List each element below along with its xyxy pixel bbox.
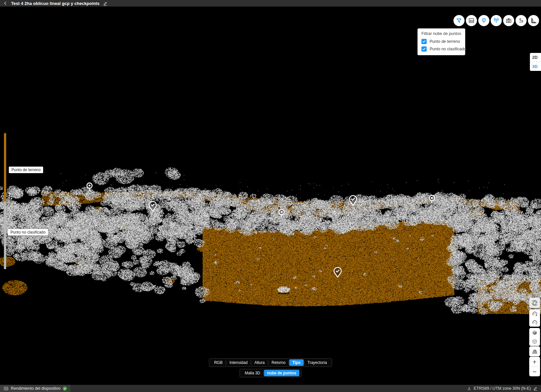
layer-pointcloud-button[interactable]: nube de puntos <box>264 370 299 376</box>
checkbox-unclassified[interactable] <box>421 46 427 52</box>
mode-rgb-button[interactable]: RGB <box>211 359 225 366</box>
view-3d-button[interactable]: 3D <box>530 62 541 71</box>
layer-mesh3d-button[interactable]: Malla 3D <box>242 370 263 376</box>
point-cloud-subtract-button[interactable] <box>529 318 540 327</box>
point-cloud-subtract-icon <box>532 319 538 326</box>
display-mode-bar: RGB Intensidad Altura Retorno Tipo Traye… <box>209 358 332 367</box>
filter-option-terrain[interactable]: Punto de terreno <box>421 39 461 44</box>
divider <box>251 361 251 365</box>
checkbox-terrain[interactable] <box>421 39 427 44</box>
funnel-icon <box>456 17 462 24</box>
edit-title-button[interactable] <box>103 1 108 6</box>
device-performance-button[interactable]: Rendimiento del dispositivo <box>0 385 71 392</box>
status-bar: Rendimiento del dispositivo ETRS89 / UTM… <box>0 385 541 392</box>
cube-wireframe-button[interactable] <box>529 337 540 346</box>
flag-route-icon <box>518 17 524 24</box>
crs-label: ETRS89 / UTM zone 30N (N-E) <box>474 386 531 391</box>
orbit-3d-icon <box>531 300 538 306</box>
divider <box>289 361 289 365</box>
mode-intensity-button[interactable]: Intensidad <box>226 359 250 366</box>
gcp-marker-icon <box>481 17 487 24</box>
filter-points-button[interactable] <box>453 15 465 26</box>
gcp-marker[interactable] <box>86 182 93 193</box>
filter-option-unclassified[interactable]: Punto no clasificado <box>421 46 461 52</box>
divider <box>304 361 304 365</box>
antenna-icon <box>493 17 500 24</box>
zoom-controls: + − <box>529 357 540 376</box>
divider <box>264 371 264 375</box>
pencil-icon <box>103 1 108 6</box>
cube-wireframe-icon <box>532 338 538 345</box>
legend-label-unclassified: Punto no clasificado <box>8 229 48 236</box>
flight-path-button[interactable] <box>516 15 527 26</box>
project-title: Test 4 2ha oblicuo lineal gcp y checkpoi… <box>11 1 100 6</box>
legend-bar-terrain <box>4 133 6 202</box>
elevation-button[interactable] <box>466 15 477 26</box>
divider <box>226 361 226 365</box>
filter-points-panel: Filtrar nube de puntos Punto de terreno … <box>418 28 465 55</box>
viewer-toolbar <box>453 15 539 26</box>
mode-type-button[interactable]: Tipo <box>289 359 303 366</box>
divider <box>268 361 268 365</box>
device-performance-label: Rendimiento del dispositivo <box>11 386 60 391</box>
crs-section: ETRS89 / UTM zone 30N (N-E) <box>467 386 541 391</box>
mesh-grid-button[interactable] <box>529 346 540 356</box>
gcp-button[interactable] <box>478 15 489 26</box>
mode-height-button[interactable]: Altura <box>252 359 268 366</box>
zoom-out-button[interactable]: − <box>529 367 540 376</box>
checkpoint-marker[interactable] <box>349 195 357 207</box>
chevron-left-icon <box>3 1 8 6</box>
point-cloud-edit-group <box>529 309 540 327</box>
axes-icon <box>467 386 471 391</box>
filter-option-label: Punto de terreno <box>430 39 460 44</box>
cube-view-group <box>529 328 540 346</box>
gcp-marker[interactable] <box>278 209 286 220</box>
mode-return-button[interactable]: Retorno <box>269 359 288 366</box>
point-cloud-add-icon <box>532 311 538 317</box>
mesh-grid-icon <box>532 348 538 355</box>
camera-positions-button[interactable] <box>503 15 514 26</box>
filter-panel-title: Filtrar nube de puntos <box>421 31 461 36</box>
view-2d-button[interactable]: 2D <box>530 53 541 62</box>
cube-solid-button[interactable] <box>529 328 540 337</box>
camera-icon <box>505 17 512 24</box>
checkpoint-marker[interactable] <box>333 267 342 279</box>
check-icon <box>422 40 426 43</box>
performance-monitor-icon <box>4 386 8 391</box>
legend-label-terrain: Punto de terreno <box>9 167 43 173</box>
gcp-marker[interactable] <box>428 195 436 206</box>
view-dimension-toggle: 2D 3D <box>530 53 541 71</box>
point-cloud-viewport[interactable] <box>0 0 541 392</box>
legend-bar <box>4 133 6 269</box>
measure-button[interactable] <box>528 15 539 26</box>
filter-option-label: Punto no clasificado <box>430 47 466 51</box>
status-ok-icon <box>63 386 67 391</box>
rtk-antenna-button[interactable] <box>491 15 502 26</box>
point-cloud-add-button[interactable] <box>529 310 540 318</box>
zoom-in-label: + <box>533 358 536 365</box>
ruler-icon <box>530 17 537 24</box>
orbit-3d-button[interactable] <box>529 298 540 308</box>
check-icon <box>422 47 426 51</box>
back-button[interactable] <box>3 1 8 6</box>
edit-crs-icon[interactable] <box>533 386 538 391</box>
cube-solid-icon <box>532 330 538 336</box>
legend-bar-unclassified <box>4 202 6 269</box>
checkpoint-marker[interactable] <box>148 201 157 213</box>
mode-trajectory-button[interactable]: Trayectoria <box>304 359 330 366</box>
zoom-in-button[interactable]: + <box>529 357 540 367</box>
histogram-icon <box>468 17 475 24</box>
layer-mode-bar: Malla 3D nube de puntos <box>239 369 302 377</box>
top-bar: Test 4 2ha oblicuo lineal gcp y checkpoi… <box>0 0 541 7</box>
zoom-out-label: − <box>533 368 536 375</box>
